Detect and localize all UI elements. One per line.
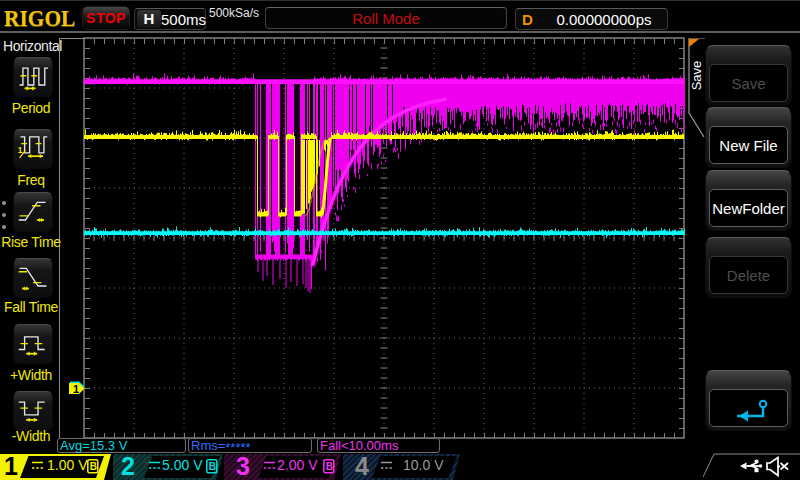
svg-text:1: 1 xyxy=(18,145,23,155)
svg-text:B: B xyxy=(209,461,216,472)
svg-text:B: B xyxy=(326,461,333,472)
svg-text:B: B xyxy=(90,461,97,472)
